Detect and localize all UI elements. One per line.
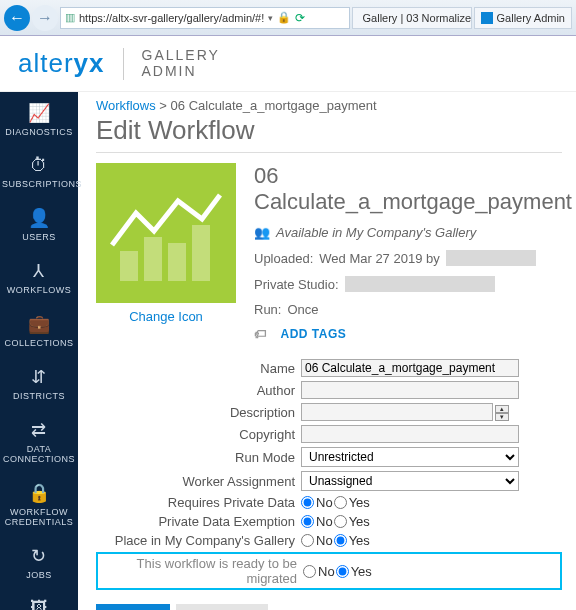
svg-rect-0 (120, 251, 138, 281)
sidebar-item-label: DIAGNOSTICS (5, 127, 73, 137)
tab-label: Gallery | 03 Normalize_an_unst... (363, 12, 472, 24)
sidebar-item-label: COLLECTIONS (4, 338, 73, 348)
tag-icon: 🏷 (254, 327, 267, 341)
chart-icon (106, 173, 226, 293)
url-dropdown-icon[interactable]: ▾ (268, 13, 273, 23)
redacted-author (446, 250, 536, 266)
sidebar-item-users[interactable]: 👤USERS (0, 197, 78, 250)
sidebar-item-jobs[interactable]: ↻JOBS (0, 535, 78, 588)
image-icon: 🖼 (2, 598, 76, 610)
sidebar-item-label: USERS (22, 232, 56, 242)
availability-text: Available in My Company's Gallery (276, 225, 476, 240)
sidebar-item-label: DATA CONNECTIONS (3, 444, 75, 464)
run-label: Run: (254, 302, 281, 317)
browser-tab[interactable]: Gallery Admin (474, 7, 572, 29)
lock-icon: 🔒 (2, 482, 76, 504)
migrate-label: This workflow is ready to be migrated (98, 556, 303, 586)
briefcase-icon: 💼 (2, 313, 76, 335)
privexempt-yes[interactable] (334, 515, 347, 528)
privexempt-label: Private Data Exemption (96, 514, 301, 529)
sidebar-item-districts[interactable]: ⇵DISTRICTS (0, 356, 78, 409)
place-yes[interactable] (334, 534, 347, 547)
svg-rect-2 (168, 243, 186, 281)
copyright-label: Copyright (96, 427, 301, 442)
browser-tab[interactable]: Gallery | 03 Normalize_an_unst... (352, 7, 472, 29)
people-icon: 👥 (254, 225, 270, 240)
chart-line-icon: 📈 (2, 102, 76, 124)
migrate-yes[interactable] (336, 565, 349, 578)
back-button[interactable]: ← (4, 5, 30, 31)
svg-rect-3 (192, 225, 210, 281)
description-input[interactable] (301, 403, 493, 421)
worker-select[interactable]: Unassigned (301, 471, 519, 491)
address-bar[interactable]: ▥ https://altx-svr-gallery/gallery/admin… (60, 7, 350, 29)
studio-label: Private Studio: (254, 277, 339, 292)
brand-subtitle: GALLERY ADMIN (142, 48, 220, 79)
sidebar-item-workflow-credentials[interactable]: 🔒WORKFLOW CREDENTIALS (0, 472, 78, 535)
breadcrumb-sep: > (159, 98, 167, 113)
author-input[interactable] (301, 381, 519, 399)
sidebar-item-media[interactable]: 🖼MEDIA (0, 588, 78, 610)
divider (96, 152, 562, 153)
migrate-no[interactable] (303, 565, 316, 578)
sidebar-item-workflows[interactable]: ⅄WORKFLOWS (0, 250, 78, 303)
runmode-select[interactable]: Unrestricted (301, 447, 519, 467)
refresh-icon: ↻ (2, 545, 76, 567)
lock-icon: 🔒 (277, 11, 291, 24)
uploaded-value: Wed Mar 27 2019 by (319, 251, 439, 266)
runmode-label: Run Mode (96, 450, 301, 465)
reqpriv-no[interactable] (301, 496, 314, 509)
edit-form: Name Author Description▴▾ Copyright Run … (96, 359, 562, 590)
page-title: Edit Workflow (96, 115, 562, 146)
url-text: https://altx-svr-gallery/gallery/admin/#… (79, 12, 264, 24)
sidebar-item-label: WORKFLOWS (7, 285, 72, 295)
forward-button[interactable]: → (32, 5, 58, 31)
sidebar-item-label: SUBSCRIPTIONS (2, 179, 82, 189)
migrate-row: This workflow is ready to be migratedNo … (96, 552, 562, 590)
svg-rect-1 (144, 237, 162, 281)
page-favicon: ▥ (65, 11, 75, 24)
sidebar-item-label: WORKFLOW CREDENTIALS (5, 507, 74, 527)
browser-toolbar: ← → ▥ https://altx-svr-gallery/gallery/a… (0, 0, 576, 36)
reqpriv-yes[interactable] (334, 496, 347, 509)
name-label: Name (96, 361, 301, 376)
stopwatch-icon: ⏱ (2, 155, 76, 176)
user-icon: 👤 (2, 207, 76, 229)
signpost-icon: ⇵ (2, 366, 76, 388)
breadcrumb-current: 06 Calculate_a_mortgage_payment (171, 98, 377, 113)
change-icon-link[interactable]: Change Icon (129, 309, 203, 324)
breadcrumb: Workflows > 06 Calculate_a_mortgage_paym… (96, 98, 562, 113)
divider (123, 48, 124, 80)
uploaded-label: Uploaded: (254, 251, 313, 266)
add-tags-link[interactable]: ADD TAGS (281, 327, 347, 341)
delete-button[interactable]: DELETE (176, 604, 267, 610)
brand-logo: alteryx (18, 48, 105, 79)
run-value: Once (287, 302, 318, 317)
swap-icon: ⇄ (2, 419, 76, 441)
place-no[interactable] (301, 534, 314, 547)
save-button[interactable]: SAVE (96, 604, 170, 610)
place-label: Place in My Company's Gallery (96, 533, 301, 548)
name-input[interactable] (301, 359, 519, 377)
reqpriv-label: Requires Private Data (96, 495, 301, 510)
tab-strip: Gallery | 03 Normalize_an_unst... Galler… (352, 7, 572, 29)
sidebar-item-label: DISTRICTS (13, 391, 65, 401)
app-header: alteryx GALLERY ADMIN (0, 36, 576, 92)
sidebar-item-collections[interactable]: 💼COLLECTIONS (0, 303, 78, 356)
breadcrumb-root[interactable]: Workflows (96, 98, 156, 113)
privexempt-no[interactable] (301, 515, 314, 528)
sidebar-item-diagnostics[interactable]: 📈DIAGNOSTICS (0, 92, 78, 145)
copyright-input[interactable] (301, 425, 519, 443)
sidebar-item-subscriptions[interactable]: ⏱SUBSCRIPTIONS (0, 145, 78, 197)
redacted-studio (345, 276, 495, 292)
sidebar: 📈DIAGNOSTICS⏱SUBSCRIPTIONS👤USERS⅄WORKFLO… (0, 92, 78, 610)
description-label: Description (96, 405, 301, 420)
workflow-name-heading: 06 Calculate_a_mortgage_payment (254, 163, 572, 215)
sidebar-item-data-connections[interactable]: ⇄DATA CONNECTIONS (0, 409, 78, 472)
tab-label: Gallery Admin (497, 12, 565, 24)
worker-label: Worker Assignment (96, 474, 301, 489)
description-spinner[interactable]: ▴▾ (495, 405, 509, 421)
main-content: Workflows > 06 Calculate_a_mortgage_paym… (78, 92, 576, 610)
sidebar-item-label: JOBS (26, 570, 52, 580)
reload-icon[interactable]: ⟳ (295, 11, 305, 25)
